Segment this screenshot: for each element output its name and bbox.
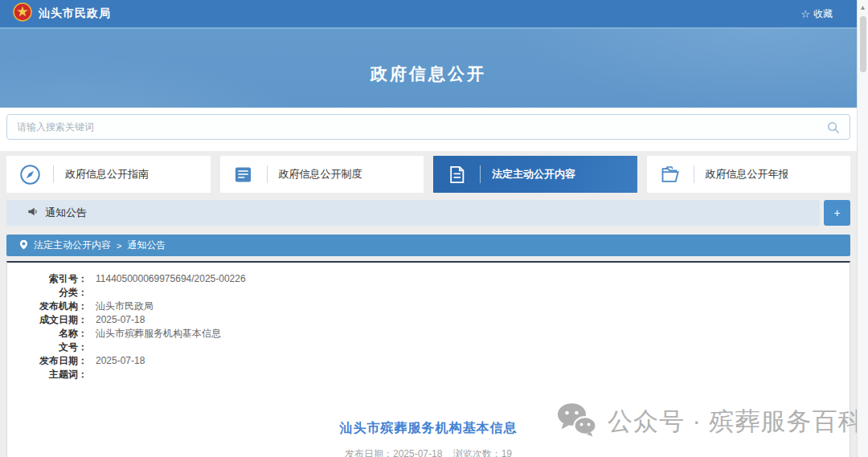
tab-label: 法定主动公开内容 — [481, 167, 575, 182]
search-strip — [0, 108, 857, 151]
meta-label: 发布机构： — [7, 300, 88, 313]
meta-value — [88, 341, 96, 354]
breadcrumb: 法定主动公开内容 > 通知公告 — [6, 235, 850, 256]
meta-row: 文号： — [7, 341, 850, 354]
meta-value: 汕头市殡葬服务机构基本信息 — [88, 327, 221, 341]
location-pin-icon — [19, 239, 28, 252]
search-box — [6, 114, 850, 140]
nav-tabs: 政府信息公开指南 政府信息公开制度 — [0, 151, 857, 193]
scrollbar[interactable]: ▲ — [857, 0, 868, 457]
tab-label: 政府信息公开指南 — [54, 167, 149, 182]
site-name: 汕头市民政局 — [39, 6, 111, 21]
tab-label: 政府信息公开年报 — [694, 167, 789, 182]
article-card: 索引号： 114405000069975694/2025-00226 分类： 发… — [6, 261, 850, 457]
publish-info: 发布日期：2025-07-18 浏览次数：19 — [7, 447, 850, 457]
banner: 政府信息公开 — [0, 29, 857, 108]
meta-label: 主题词： — [7, 368, 88, 382]
search-icon[interactable] — [827, 121, 840, 134]
tab-statutory-disclosure[interactable]: 法定主动公开内容 — [433, 156, 637, 193]
scroll-up-icon[interactable]: ▲ — [858, 0, 868, 11]
tab-label: 政府信息公开制度 — [268, 167, 362, 182]
meta-value: 114405000069975694/2025-00226 — [88, 272, 246, 286]
expand-button[interactable]: + — [824, 200, 850, 226]
page-title: 政府信息公开 — [0, 63, 857, 85]
meta-label: 名称： — [7, 327, 88, 341]
document-icon — [433, 164, 480, 186]
meta-label: 索引号： — [7, 272, 88, 286]
meta-row: 索引号： 114405000069975694/2025-00226 — [7, 272, 850, 286]
breadcrumb-separator: > — [117, 241, 121, 251]
star-icon: ☆ — [800, 8, 810, 20]
view-count: 浏览次数：19 — [453, 448, 512, 457]
meta-row: 主题词： — [7, 368, 850, 382]
meta-value: 汕头市民政局 — [88, 300, 154, 313]
meta-row: 名称： 汕头市殡葬服务机构基本信息 — [7, 327, 850, 341]
favorite-label: 收藏 — [813, 7, 833, 21]
meta-value — [88, 368, 96, 382]
breadcrumb-item[interactable]: 法定主动公开内容 — [34, 239, 111, 252]
meta-row: 成文日期： 2025-07-18 — [7, 313, 850, 327]
scrollbar-thumb[interactable] — [860, 16, 866, 72]
meta-row: 发布日期： 2025-07-18 — [7, 354, 850, 368]
meta-value — [88, 286, 96, 300]
article-title: 汕头市殡葬服务机构基本信息 — [7, 420, 850, 437]
compass-icon — [6, 164, 53, 186]
favorite-button[interactable]: ☆ 收藏 — [800, 7, 844, 21]
site-brand[interactable]: 汕头市民政局 — [13, 2, 111, 25]
notice-section-header[interactable]: 通知公告 — [6, 200, 820, 226]
national-emblem-icon — [13, 2, 32, 25]
meta-row: 分类： — [7, 286, 850, 300]
meta-label: 发布日期： — [7, 354, 88, 368]
meta-label: 分类： — [7, 286, 88, 300]
meta-label: 文号： — [7, 341, 88, 354]
document-lines-icon — [220, 164, 267, 186]
meta-value: 2025-07-18 — [88, 354, 145, 368]
breadcrumb-item[interactable]: 通知公告 — [127, 239, 166, 252]
tab-disclosure-guide[interactable]: 政府信息公开指南 — [6, 156, 211, 193]
search-input[interactable] — [7, 115, 850, 139]
section-row: 通知公告 + — [6, 200, 850, 226]
tab-disclosure-system[interactable]: 政府信息公开制度 — [220, 156, 424, 193]
publish-date: 发布日期：2025-07-18 — [345, 448, 442, 457]
meta-label: 成文日期： — [7, 313, 88, 327]
tab-annual-report[interactable]: 政府信息公开年报 — [647, 156, 851, 193]
section-title: 通知公告 — [45, 206, 87, 220]
top-bar: 汕头市民政局 ☆ 收藏 — [0, 0, 857, 29]
megaphone-icon — [27, 206, 38, 220]
page: 汕头市民政局 ☆ 收藏 政府信息公开 — [0, 0, 857, 457]
meta-value: 2025-07-18 — [88, 313, 145, 327]
meta-row: 发布机构： 汕头市民政局 — [7, 300, 850, 313]
folder-icon — [647, 164, 694, 186]
